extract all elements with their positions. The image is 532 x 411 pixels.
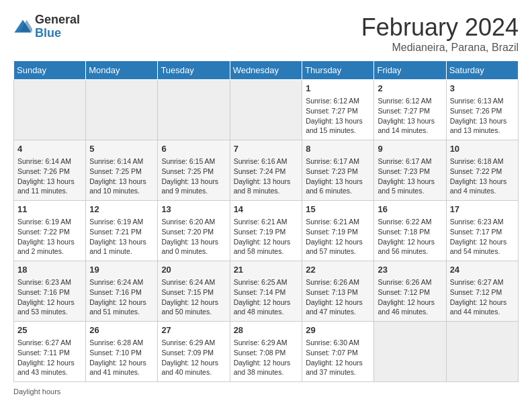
- calendar-row-4: 18 Sunrise: 6:23 AM Sunset: 7:16 PM Dayl…: [14, 261, 519, 322]
- calendar-table: Sunday Monday Tuesday Wednesday Thursday…: [13, 60, 519, 382]
- day-11: 11 Sunrise: 6:19 AM Sunset: 7:22 PM Dayl…: [14, 201, 86, 261]
- logo-icon: [13, 17, 32, 36]
- empty-cell: [446, 322, 518, 382]
- day-17: 17 Sunrise: 6:23 AM Sunset: 7:17 PM Dayl…: [446, 201, 518, 261]
- day-21: 21 Sunrise: 6:25 AM Sunset: 7:14 PM Dayl…: [230, 261, 302, 322]
- daylight-label: Daylight hours: [13, 387, 60, 396]
- day-6: 6 Sunrise: 6:15 AM Sunset: 7:25 PM Dayli…: [158, 140, 230, 201]
- day-8: 8 Sunrise: 6:17 AM Sunset: 7:23 PM Dayli…: [302, 140, 374, 201]
- header-monday: Monday: [86, 61, 158, 80]
- day-20: 20 Sunrise: 6:24 AM Sunset: 7:15 PM Dayl…: [158, 261, 230, 322]
- weekday-header-row: Sunday Monday Tuesday Wednesday Thursday…: [14, 61, 519, 80]
- header-wednesday: Wednesday: [230, 61, 302, 80]
- day-19: 19 Sunrise: 6:24 AM Sunset: 7:16 PM Dayl…: [86, 261, 158, 322]
- day-4: 4 Sunrise: 6:14 AM Sunset: 7:26 PM Dayli…: [14, 140, 86, 201]
- empty-cell: [230, 80, 302, 140]
- day-12: 12 Sunrise: 6:19 AM Sunset: 7:21 PM Dayl…: [86, 201, 158, 261]
- day-3: 3 Sunrise: 6:13 AM Sunset: 7:26 PM Dayli…: [446, 80, 518, 140]
- header-friday: Friday: [374, 61, 446, 80]
- day-1: 1 Sunrise: 6:12 AM Sunset: 7:27 PM Dayli…: [302, 80, 374, 140]
- day-10: 10 Sunrise: 6:18 AM Sunset: 7:22 PM Dayl…: [446, 140, 518, 201]
- day-25: 25 Sunrise: 6:27 AM Sunset: 7:11 PM Dayl…: [14, 322, 86, 382]
- day-23: 23 Sunrise: 6:26 AM Sunset: 7:12 PM Dayl…: [374, 261, 446, 322]
- calendar-row-2: 4 Sunrise: 6:14 AM Sunset: 7:26 PM Dayli…: [14, 140, 519, 201]
- month-title: February 2024: [361, 13, 519, 42]
- day-7: 7 Sunrise: 6:16 AM Sunset: 7:24 PM Dayli…: [230, 140, 302, 201]
- day-27: 27 Sunrise: 6:29 AM Sunset: 7:09 PM Dayl…: [158, 322, 230, 382]
- page-header: General Blue February 2024 Medianeira, P…: [13, 13, 519, 54]
- day-15: 15 Sunrise: 6:21 AM Sunset: 7:19 PM Dayl…: [302, 201, 374, 261]
- empty-cell: [158, 80, 230, 140]
- title-block: February 2024 Medianeira, Parana, Brazil: [361, 13, 519, 54]
- day-28: 28 Sunrise: 6:29 AM Sunset: 7:08 PM Dayl…: [230, 322, 302, 382]
- day-22: 22 Sunrise: 6:26 AM Sunset: 7:13 PM Dayl…: [302, 261, 374, 322]
- day-2: 2 Sunrise: 6:12 AM Sunset: 7:27 PM Dayli…: [374, 80, 446, 140]
- day-9: 9 Sunrise: 6:17 AM Sunset: 7:23 PM Dayli…: [374, 140, 446, 201]
- header-saturday: Saturday: [446, 61, 518, 80]
- logo-general-text: General: [35, 13, 80, 26]
- day-26: 26 Sunrise: 6:28 AM Sunset: 7:10 PM Dayl…: [86, 322, 158, 382]
- day-13: 13 Sunrise: 6:20 AM Sunset: 7:20 PM Dayl…: [158, 201, 230, 261]
- empty-cell: [14, 80, 86, 140]
- calendar-row-5: 25 Sunrise: 6:27 AM Sunset: 7:11 PM Dayl…: [14, 322, 519, 382]
- day-16: 16 Sunrise: 6:22 AM Sunset: 7:18 PM Dayl…: [374, 201, 446, 261]
- header-tuesday: Tuesday: [158, 61, 230, 80]
- header-thursday: Thursday: [302, 61, 374, 80]
- empty-cell: [86, 80, 158, 140]
- header-sunday: Sunday: [14, 61, 86, 80]
- day-24: 24 Sunrise: 6:27 AM Sunset: 7:12 PM Dayl…: [446, 261, 518, 322]
- footer: Daylight hours: [13, 387, 519, 396]
- day-29: 29 Sunrise: 6:30 AM Sunset: 7:07 PM Dayl…: [302, 322, 374, 382]
- day-18: 18 Sunrise: 6:23 AM Sunset: 7:16 PM Dayl…: [14, 261, 86, 322]
- logo-blue-text: Blue: [35, 26, 61, 40]
- logo: General Blue: [13, 13, 80, 40]
- calendar-row-1: 1 Sunrise: 6:12 AM Sunset: 7:27 PM Dayli…: [14, 80, 519, 140]
- calendar-row-3: 11 Sunrise: 6:19 AM Sunset: 7:22 PM Dayl…: [14, 201, 519, 261]
- day-5: 5 Sunrise: 6:14 AM Sunset: 7:25 PM Dayli…: [86, 140, 158, 201]
- empty-cell: [374, 322, 446, 382]
- location-title: Medianeira, Parana, Brazil: [361, 42, 519, 54]
- day-14: 14 Sunrise: 6:21 AM Sunset: 7:19 PM Dayl…: [230, 201, 302, 261]
